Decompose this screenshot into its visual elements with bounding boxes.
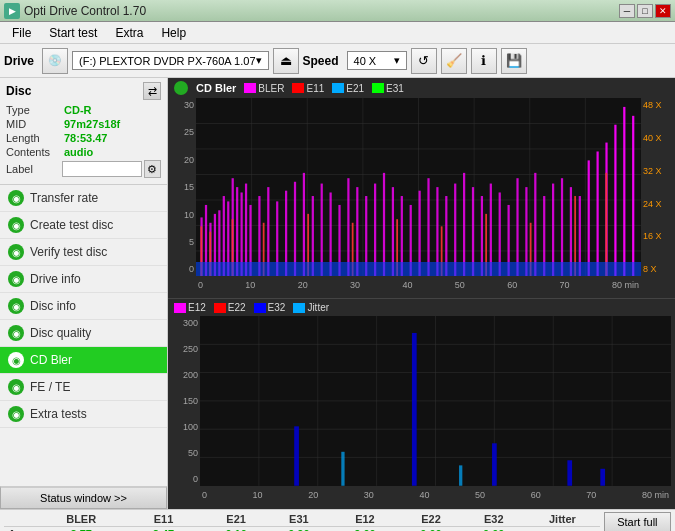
chart-panel-e12: E12 E22 E32 Jitter 0 5 (168, 299, 675, 509)
legend-e32: E32 (254, 302, 286, 313)
menu-file[interactable]: File (4, 24, 39, 42)
y-axis-left: 0 5 10 15 20 25 30 (168, 98, 196, 276)
legend-e11: E11 (292, 83, 324, 94)
x2-40: 40 (419, 490, 429, 500)
y-axis-right: 8 X 16 X 24 X 32 X 40 X 48 X (641, 98, 675, 276)
sidebar-item-drive-info[interactable]: ◉ Drive info (0, 266, 167, 293)
chart2-titlebar: E12 E22 E32 Jitter (168, 299, 675, 316)
titlebar-left: ▶ Opti Drive Control 1.70 (4, 3, 146, 19)
speed-selector[interactable]: 40 X ▾ (347, 51, 407, 70)
sidebar-item-extra-tests[interactable]: ◉ Extra tests (0, 401, 167, 428)
avg-jitter: - (525, 527, 600, 532)
transfer-rate-icon: ◉ (8, 190, 24, 206)
table-row-avg: Avg 3.77 3.47 0.10 0.20 2.00 0.00 0.00 - (4, 527, 600, 532)
refresh-button[interactable]: ↺ (411, 48, 437, 74)
x-axis-2: 0 10 20 30 40 50 60 70 80 min (200, 486, 671, 504)
legend-label-e31: E31 (386, 83, 404, 94)
info-button[interactable]: ℹ (471, 48, 497, 74)
chart2-body: 0 50 100 150 200 250 300 (168, 316, 675, 504)
legend-label-e22: E22 (228, 302, 246, 313)
svg-rect-65 (614, 125, 616, 277)
svg-rect-97 (600, 469, 605, 486)
legend-color-e22 (214, 303, 226, 313)
extra-tests-icon: ◉ (8, 406, 24, 422)
legend-e21: E21 (332, 83, 364, 94)
y2-100: 100 (170, 422, 198, 432)
eject-button[interactable]: ⏏ (273, 48, 299, 74)
chart1-title: CD Bler (196, 82, 236, 94)
legend-color-e11 (292, 83, 304, 93)
x2-80: 80 min (642, 490, 669, 500)
menu-help[interactable]: Help (153, 24, 194, 42)
chart2-canvas (200, 316, 671, 486)
svg-rect-39 (383, 173, 385, 276)
sidebar-item-disc-quality[interactable]: ◉ Disc quality (0, 320, 167, 347)
legend-label-e21: E21 (346, 83, 364, 94)
svg-rect-44 (427, 178, 429, 276)
chart-area: CD Bler BLER E11 E21 E31 (168, 78, 675, 509)
save-button[interactable]: 💾 (501, 48, 527, 74)
sidebar-item-disc-info[interactable]: ◉ Disc info (0, 293, 167, 320)
sidebar-item-create-test-disc[interactable]: ◉ Create test disc (0, 212, 167, 239)
sidebar-item-transfer-rate[interactable]: ◉ Transfer rate (0, 185, 167, 212)
svg-rect-62 (588, 160, 590, 276)
col-header-e32: E32 (462, 512, 525, 527)
y-0: 0 (170, 264, 194, 274)
sidebar-item-label: Transfer rate (30, 191, 98, 205)
legend-jitter: Jitter (293, 302, 329, 313)
yr-16x: 16 X (643, 231, 673, 241)
sidebar-item-verify-test-disc[interactable]: ◉ Verify test disc (0, 239, 167, 266)
speed-label: Speed (303, 54, 339, 68)
y2-200: 200 (170, 370, 198, 380)
col-header-e11: E11 (122, 512, 204, 527)
avg-e11: 3.47 (122, 527, 204, 532)
status-window-button[interactable]: Status window >> (0, 486, 167, 509)
disc-refresh-button[interactable]: ⇄ (143, 82, 161, 100)
minimize-button[interactable]: ─ (619, 4, 635, 18)
legend-label-jitter: Jitter (307, 302, 329, 313)
erase-button[interactable]: 🧹 (441, 48, 467, 74)
sidebar-item-label: Extra tests (30, 407, 87, 421)
sidebar-item-label: Disc quality (30, 326, 91, 340)
label-input[interactable] (62, 161, 142, 177)
sidebar-item-fe-te[interactable]: ◉ FE / TE (0, 374, 167, 401)
label-settings-button[interactable]: ⚙ (144, 160, 161, 178)
maximize-button[interactable]: □ (637, 4, 653, 18)
drive-info-icon: ◉ (8, 271, 24, 287)
chart1-canvas (196, 98, 641, 276)
col-header-jitter: Jitter (525, 512, 600, 527)
create-test-disc-icon: ◉ (8, 217, 24, 233)
col-header-e31: E31 (268, 512, 331, 527)
col-header-e21: E21 (205, 512, 268, 527)
menu-start-test[interactable]: Start test (41, 24, 105, 42)
x2-60: 60 (531, 490, 541, 500)
sidebar-item-label: FE / TE (30, 380, 70, 394)
drive-icon: 💿 (42, 48, 68, 74)
start-full-button[interactable]: Start full (604, 512, 671, 531)
app-icon: ▶ (4, 3, 20, 19)
svg-rect-59 (561, 178, 563, 276)
close-button[interactable]: ✕ (655, 4, 671, 18)
length-key: Length (6, 132, 64, 144)
menu-extra[interactable]: Extra (107, 24, 151, 42)
x-70: 70 (560, 280, 570, 290)
x2-0: 0 (202, 490, 207, 500)
row-label-avg: Avg (4, 527, 40, 532)
y-20: 20 (170, 155, 194, 165)
svg-rect-48 (463, 173, 465, 276)
x-axis-1: 0 10 20 30 40 50 60 70 80 min (196, 276, 641, 294)
avg-e12: 2.00 (330, 527, 399, 532)
svg-rect-93 (294, 427, 299, 486)
legend-color-e31 (372, 83, 384, 93)
sidebar-item-cd-bler[interactable]: ◉ CD Bler (0, 347, 167, 374)
svg-rect-56 (534, 173, 536, 276)
main-content: Disc ⇄ Type CD-R MID 97m27s18f Length 78… (0, 78, 675, 509)
x2-10: 10 (253, 490, 263, 500)
cd-bler-icon: ◉ (8, 352, 24, 368)
sidebar-item-label: Verify test disc (30, 245, 107, 259)
yr-32x: 32 X (643, 166, 673, 176)
drive-selector[interactable]: (F:) PLEXTOR DVDR PX-760A 1.07 ▾ (72, 51, 268, 70)
stats-table: BLER E11 E21 E31 E12 E22 E32 Jitter Avg … (4, 512, 600, 531)
fe-te-icon: ◉ (8, 379, 24, 395)
label-key: Label (6, 163, 62, 175)
